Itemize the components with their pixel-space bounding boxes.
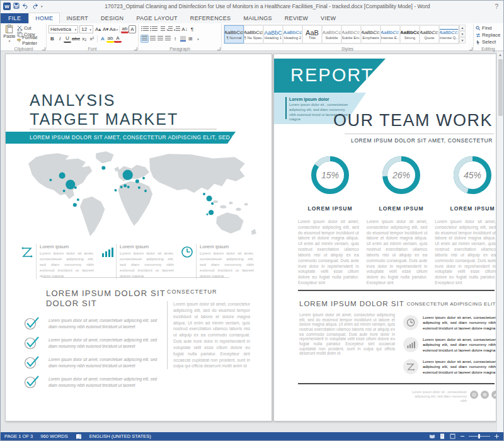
line-spacing-button[interactable]: ↕ — [171, 35, 179, 43]
shading-button[interactable] — [179, 35, 186, 43]
tab-design[interactable]: DESIGN — [94, 13, 130, 23]
save-button[interactable] — [13, 3, 20, 10]
read-mode-button[interactable] — [429, 433, 435, 439]
italic-button[interactable]: I — [56, 35, 64, 43]
style-name: Title — [309, 36, 316, 40]
check-item-text: Lorem ipsum dolor sit amet, consectetuer… — [49, 374, 157, 388]
style-heading1[interactable]: AaBbCHeading 1 — [263, 25, 283, 43]
grow-font-button[interactable]: A▴ — [94, 25, 102, 33]
cut-button[interactable]: Cut — [17, 25, 44, 31]
styles-dialog-launcher[interactable] — [469, 47, 472, 50]
zoom-slider-thumb[interactable] — [478, 434, 480, 438]
align-right-button[interactable] — [156, 35, 164, 43]
multilevel-list-button[interactable] — [158, 25, 166, 33]
font-size-combobox[interactable]: 12▾ — [79, 25, 93, 33]
donut-chart-1: 15% — [309, 154, 352, 197]
scissors-icon — [17, 25, 23, 31]
undo-button[interactable] — [22, 3, 29, 10]
find-button[interactable]: Find — [476, 25, 501, 32]
highlight-color-button[interactable]: ab — [106, 35, 114, 43]
tab-home[interactable]: HOME — [28, 13, 60, 23]
show-hide-pilcrow-button[interactable]: ¶ — [188, 25, 196, 33]
style-no-spacing[interactable]: AaBbCcI¶ No Spac... — [244, 25, 263, 43]
web-layout-button[interactable] — [449, 433, 455, 439]
styles-gallery: AaBbCcI¶ Normal AaBbCcI¶ No Spac... AaBb… — [224, 25, 459, 44]
zoom-in-button[interactable] — [494, 433, 500, 439]
style-strong[interactable]: AaBbCcStrong — [400, 25, 420, 43]
strikethrough-button[interactable]: abc — [71, 35, 81, 43]
tab-review[interactable]: REVIEW — [278, 13, 314, 23]
text-effects-button[interactable]: A — [99, 35, 106, 43]
bold-button[interactable]: B — [49, 35, 56, 43]
divider — [298, 383, 495, 384]
borders-dropdown[interactable]: ▾ — [194, 35, 202, 43]
scroll-up-icon[interactable]: ▲ — [497, 52, 503, 57]
chevron-down-icon: ▾ — [75, 28, 77, 32]
style-sample: AaBbCc. — [439, 29, 459, 36]
target-icon — [470, 391, 478, 399]
style-title[interactable]: AaBTitle — [302, 25, 322, 43]
clipboard-dialog-launcher[interactable] — [42, 47, 45, 50]
lines-icon — [143, 26, 149, 32]
superscript-button[interactable]: x² — [88, 35, 96, 43]
align-center-button[interactable] — [149, 35, 156, 43]
style-subtle-emphasis[interactable]: AaBbCc.Subtle Em... — [341, 25, 361, 43]
shrink-font-button[interactable]: A▾ — [102, 25, 110, 33]
increase-indent-button[interactable]: ▸ — [173, 25, 181, 33]
tab-file[interactable]: FILE — [1, 13, 28, 23]
phonetic-guide-button[interactable]: ab — [121, 25, 129, 33]
styles-scroll-down[interactable]: ▼ — [459, 31, 466, 37]
page-1[interactable]: ANALYSISTARGET MARKET LOREM IPSUM DOLOR … — [5, 54, 272, 421]
language-indicator[interactable]: ENGLISH (UNITED STATES) — [86, 432, 155, 440]
style-subtitle[interactable]: AaBbCcSubtitle — [322, 25, 341, 43]
style-normal[interactable]: AaBbCcI¶ Normal — [224, 25, 244, 43]
help-icon[interactable]: ? — [492, 3, 501, 10]
style-name: Emphasis — [362, 36, 379, 40]
subscript-button[interactable]: x₂ — [81, 35, 88, 43]
print-layout-button[interactable] — [439, 433, 445, 439]
align-left-button[interactable] — [140, 35, 149, 43]
select-button[interactable]: Select — [476, 38, 501, 45]
styles-scroll-up[interactable]: ▲ — [459, 25, 466, 31]
style-heading2[interactable]: AaBbCcHeading 2 — [283, 25, 302, 43]
clock-icon — [178, 244, 196, 279]
font-color-button[interactable]: A — [114, 35, 122, 43]
style-emphasis[interactable]: AaBbCc.Emphasis — [361, 25, 381, 43]
zoom-out-button[interactable] — [459, 433, 465, 439]
tab-mailings[interactable]: MAILINGS — [237, 13, 278, 23]
tab-references[interactable]: REFERENCES — [184, 13, 238, 23]
zoom-slider[interactable] — [469, 436, 490, 437]
borders-button[interactable]: ⊞ — [186, 35, 194, 43]
paste-button[interactable]: Paste ▾ — [3, 25, 16, 43]
tab-view[interactable]: VIEW — [314, 13, 342, 23]
proofing-status[interactable] — [72, 432, 86, 440]
underline-button[interactable]: U — [64, 35, 71, 43]
justify-button[interactable] — [164, 35, 171, 43]
character-border-button[interactable]: A — [129, 25, 136, 33]
style-intense-quote[interactable]: AaBbCc.Intense Q... — [439, 25, 459, 43]
style-sample: AaBbCc — [323, 30, 341, 36]
font-dialog-launcher[interactable] — [134, 47, 137, 50]
replace-button[interactable]: Replace — [476, 32, 501, 38]
tab-page-layout[interactable]: PAGE LAYOUT — [130, 13, 183, 23]
sort-button[interactable]: A↓ — [181, 25, 188, 33]
vertical-scrollbar[interactable]: ▲ — [496, 52, 503, 432]
tab-insert[interactable]: INSERT — [60, 13, 94, 23]
styles-more-button[interactable]: ▼ — [459, 37, 466, 43]
bullets-button[interactable] — [140, 25, 149, 33]
decrease-indent-button[interactable]: ◂ — [166, 25, 173, 33]
page-indicator[interactable]: PAGE 1 OF 3 — [1, 432, 37, 440]
page-2[interactable]: REPORT Lorem ipsum dolor Lorem ipsum dol… — [273, 54, 496, 421]
style-intense-emphasis[interactable]: AaBbCc.Intense E... — [381, 25, 400, 43]
paragraph-dialog-launcher[interactable] — [217, 47, 220, 50]
redo-button[interactable] — [32, 3, 38, 10]
team-title: OUR TEAM WORK — [333, 111, 493, 130]
style-sample: AaBbCc. — [420, 30, 439, 36]
style-quote[interactable]: AaBbCc.Quote — [420, 25, 439, 43]
font-family-combobox[interactable]: Helvetica▾ — [49, 25, 78, 33]
scrollbar-thumb[interactable] — [498, 59, 503, 116]
numbering-button[interactable] — [149, 25, 158, 33]
change-case-button[interactable]: Aa▾ — [110, 25, 118, 33]
format-painter-button[interactable]: Format Painter — [17, 37, 44, 43]
word-count[interactable]: 960 WORDS — [37, 432, 71, 440]
